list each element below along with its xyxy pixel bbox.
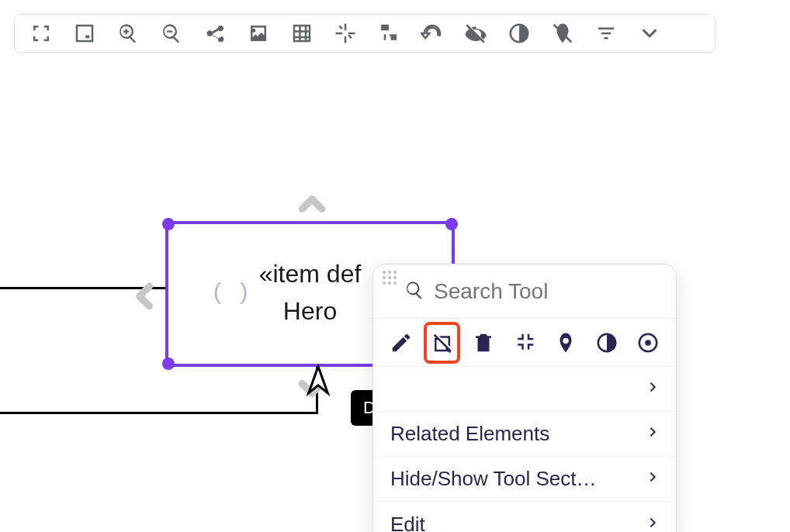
contrast-icon[interactable]: [497, 15, 541, 52]
share-icon[interactable]: [193, 15, 237, 52]
resize-handle-tr[interactable]: [445, 218, 458, 230]
collapse-button[interactable]: [508, 323, 541, 362]
fullscreen-icon[interactable]: [19, 15, 63, 52]
snap-icon[interactable]: [324, 15, 367, 52]
context-menu-item-edit[interactable]: Edit: [373, 502, 676, 532]
context-menu-item-related-elements[interactable]: Related Elements: [373, 412, 676, 457]
expand-up-chevron-icon: [295, 188, 329, 225]
resize-handle-tl[interactable]: [162, 218, 175, 230]
fit-page-icon[interactable]: [63, 15, 106, 52]
drag-handle-dots-icon[interactable]: [383, 271, 398, 286]
context-action-row: [373, 319, 676, 367]
delete-from-diagram-button[interactable]: [425, 323, 459, 362]
context-menu-item-label: Hide/Show Tool Sect…: [390, 467, 596, 491]
context-menu-item-label: Edit: [390, 513, 425, 533]
context-toolbar-popup: Related Elements Hide/Show Tool Sect… Ed…: [372, 264, 677, 532]
delete-trash-button[interactable]: [466, 323, 500, 362]
context-menu-item-label: Related Elements: [390, 422, 549, 446]
pin-button[interactable]: [549, 323, 583, 362]
zoom-out-icon[interactable]: [150, 15, 193, 52]
resize-handle-bl[interactable]: [162, 358, 175, 370]
edit-pencil-button[interactable]: [384, 323, 418, 362]
contrast-button[interactable]: [591, 323, 624, 362]
search-row: [373, 264, 676, 319]
canvas-top-toolbar: [14, 14, 716, 53]
visibility-off-icon[interactable]: [454, 15, 497, 52]
image-icon[interactable]: [237, 15, 280, 52]
diagram-canvas[interactable]: ( ) «item def Hero Delete from diagram: [0, 54, 790, 532]
chevron-right-icon: [646, 377, 659, 401]
chevron-down-icon[interactable]: [628, 15, 671, 52]
context-menu-item-blank[interactable]: [373, 367, 676, 412]
zoom-in-icon[interactable]: [106, 15, 150, 52]
target-button[interactable]: [632, 323, 665, 362]
label-off-icon[interactable]: [541, 15, 584, 52]
search-icon: [404, 280, 424, 303]
filter-icon[interactable]: [584, 15, 628, 52]
chevron-right-icon: [646, 422, 659, 446]
chevron-right-icon: [646, 513, 659, 533]
sitemap-icon[interactable]: [367, 15, 411, 52]
search-tool-input[interactable]: [432, 278, 677, 305]
relationship-arrowhead-icon: [306, 364, 331, 402]
undo-arrow-icon[interactable]: [411, 15, 454, 52]
context-menu-item-hide-show-tool[interactable]: Hide/Show Tool Sect…: [373, 457, 676, 502]
grid-icon[interactable]: [280, 15, 324, 52]
chevron-right-icon: [646, 467, 659, 491]
